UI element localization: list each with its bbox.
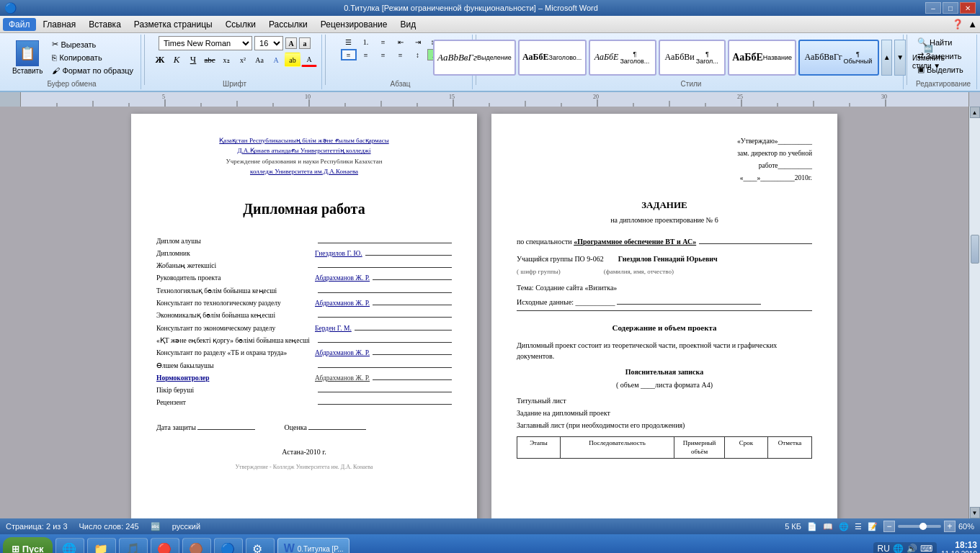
style-heading1[interactable]: АаБбЕЗаголово... [518,40,587,76]
font-size-select[interactable]: 16 [254,36,283,50]
taskbar-opera-button[interactable]: 🔴 [151,538,179,553]
zhoba-label: Жобаның жетекшісі [156,261,315,271]
help-icon[interactable]: ❓ [952,19,963,30]
document-scroll[interactable]: Қазақстан Республикасының білім және ғыл… [0,107,968,518]
scroll-up-button[interactable]: ▲ [970,107,980,118]
field-tech-ru: Консультант по технологическому разделу … [156,299,452,308]
font-row1b: Ж К Ч abc x₂ x² Aa A ab A [152,53,317,67]
menu-home[interactable]: Главная [37,18,82,31]
replace-button[interactable]: ⇄ Заменить [914,50,972,62]
field-diplomnik: Дипломник Гнездилов Г. Ю. [156,249,452,258]
multilevel-button[interactable]: ≡ [375,36,391,48]
view-read-icon[interactable]: 📖 [823,522,833,531]
text-effects-button[interactable]: A [268,53,284,67]
normo-value: Абдрахманов Ж. Р. [315,374,370,383]
content-body: Дипломный проект состоит из теоретическо… [517,340,812,361]
style-normal-italic[interactable]: AaBbВвГгВыделение [433,40,516,76]
bold-button[interactable]: Ж [152,53,168,67]
paste-button[interactable]: 📋 Вставить [7,38,48,77]
align-center-button[interactable]: ≡ [358,49,374,60]
view-outline-icon[interactable]: ☰ [855,522,862,531]
lang-tray: RU [878,544,890,553]
zoom-slider[interactable] [898,525,941,528]
format-painter-icon: 🖌 [52,66,60,75]
taskbar-unknown2-button[interactable]: 🔵 [214,538,243,553]
copy-button[interactable]: ⎘ Копировать [49,52,136,63]
maximize-button[interactable]: □ [943,2,958,14]
menu-review[interactable]: Рецензирование [315,18,393,31]
style-normal[interactable]: АаБбВвГг¶ Обычный [798,40,879,76]
font-shrink-button[interactable]: a [299,37,311,49]
view-normal-icon[interactable]: 📄 [807,522,817,531]
menu-file[interactable]: Файл [3,18,36,31]
zoom-in-button[interactable]: + [944,521,956,532]
italic-button[interactable]: К [169,53,184,67]
taskbar-media-button[interactable]: 🎵 [119,538,148,553]
numbering-button[interactable]: 1. [358,36,374,48]
clear-format-button[interactable]: Aa [251,53,267,67]
view-draft-icon[interactable]: 📝 [868,522,878,531]
increase-indent-button[interactable]: ⇥ [410,36,426,48]
minimize-button[interactable]: – [925,2,941,14]
taskbar-explorer-button[interactable]: 📁 [87,538,116,553]
align-right-button[interactable]: ≡ [375,49,391,60]
format-painter-button[interactable]: 🖌 Формат по образцу [49,65,136,76]
style-heading3[interactable]: АаБбВи¶ Загол... [659,40,726,76]
taskbar-unknown-button[interactable]: 🟤 [182,538,211,553]
styles-scroll-up[interactable]: ▲ [881,40,892,76]
divider-4 [906,35,907,85]
taskbar-ie-button[interactable]: 🌐 [55,538,84,553]
taskbar-unknown3-button[interactable]: ⚙ [246,538,275,553]
start-button[interactable]: ⊞ Пуск [3,537,53,553]
table-col-primern: Примерный объём [674,437,725,458]
style-title[interactable]: АаБбЕНазвание [728,40,796,76]
view-web-icon[interactable]: 🌐 [839,522,849,531]
page1-org-header: Қазақстан Республикасының білім және ғыл… [156,135,452,177]
zoom-out-button[interactable]: − [883,521,895,532]
field-tb-ru: Консультант по разделу «ТБ и охрана труд… [156,349,452,358]
close-button[interactable]: ✕ [960,2,976,14]
styles-scroll-down[interactable]: ▼ [894,40,905,76]
pikir-line [318,392,452,392]
bullets-button[interactable]: ☰ [341,36,357,48]
keyboard-icon: ⌨ [920,544,932,553]
font-row1: Times New Roman 16 A a [159,36,311,50]
scroll-down-button[interactable]: ▼ [970,507,980,518]
subscript-button[interactable]: x₂ [218,53,234,67]
styles-grid: AaBbВвГгВыделение АаБбЕЗаголово... АаБбЕ… [433,36,949,78]
strikethrough-button[interactable]: abc [202,53,218,67]
superscript-button[interactable]: x² [235,53,251,67]
menu-view[interactable]: Вид [394,18,422,31]
page-1: Қазақстан Республикасының білім және ғыл… [131,114,477,518]
font-color-button[interactable]: A [301,53,317,67]
start-label: Пуск [22,544,44,554]
select-button[interactable]: ▣ Выделить [914,63,972,76]
opera-icon: 🔴 [157,542,172,554]
ribbon-minimize-icon[interactable]: ▲ [968,19,977,30]
menu-refs[interactable]: Ссылки [220,18,262,31]
decrease-indent-button[interactable]: ⇤ [393,36,409,48]
utv-role2: работе__________ [517,160,812,172]
font-grow-button[interactable]: A [285,37,297,49]
network-icon: 🌐 [893,544,904,553]
menu-insert[interactable]: Вставка [83,18,127,31]
style-heading2[interactable]: АаБбЕ¶ Заголов... [589,40,657,76]
vertical-scrollbar[interactable]: ▲ ▼ [968,107,980,518]
data-label: Исходные данные: ___________ [517,298,615,306]
find-button[interactable]: 🔍 Найти [914,36,972,48]
underline-button[interactable]: Ч [185,53,201,67]
scroll-thumb[interactable] [971,235,979,264]
taskbar-word-button[interactable]: W 0.Титулка [Р... [277,538,350,553]
highlight-button[interactable]: ab [285,53,300,67]
font-name-select[interactable]: Times New Roman [159,36,252,50]
align-left-button[interactable]: ≡ [341,49,357,60]
status-bar: Страница: 2 из 3 Число слов: 245 🔤 русск… [0,518,980,534]
menu-mailings[interactable]: Рассылки [263,18,313,31]
ruler-corner [0,92,21,107]
page1-footer: Астана-2010 г. [156,447,452,457]
cut-button[interactable]: ✂ Вырезать [49,38,136,50]
menu-layout[interactable]: Разметка страницы [128,18,218,31]
data-line [617,304,761,305]
justify-button[interactable]: ≡ [393,49,409,60]
line-spacing-button[interactable]: ↕ [410,49,426,60]
